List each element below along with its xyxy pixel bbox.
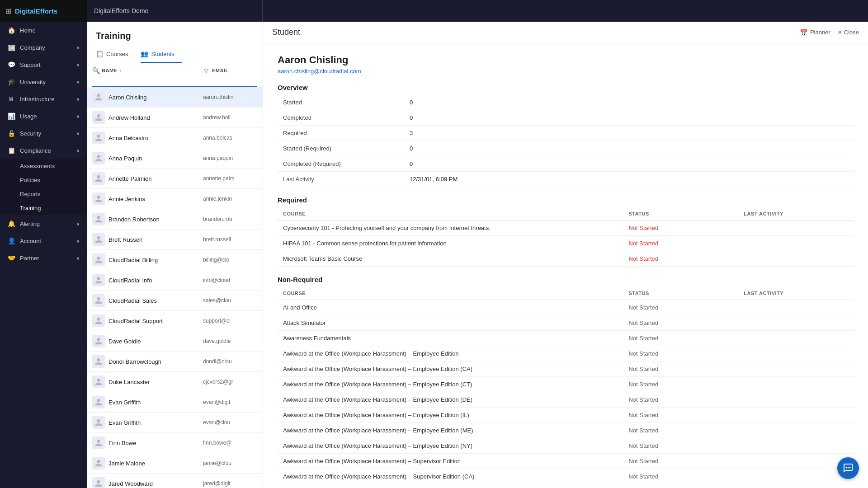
student-avatar bbox=[92, 314, 105, 327]
student-avatar bbox=[92, 355, 105, 368]
overview-label: Started bbox=[278, 95, 404, 110]
student-avatar bbox=[92, 131, 105, 144]
demo-title: DigitalEfforts Demo bbox=[94, 7, 148, 14]
course-status: Not Started bbox=[623, 408, 738, 423]
student-name: Duke Lancaster bbox=[108, 379, 199, 385]
sidebar-item-infrastructure[interactable]: 🖥 Infrastructure ∨ bbox=[0, 90, 87, 108]
student-avatar bbox=[92, 457, 105, 469]
support-icon: 💬 bbox=[7, 61, 15, 69]
chevron-down-icon: ∨ bbox=[76, 131, 80, 136]
course-name: Awkward at the Office (Workplace Harassm… bbox=[278, 438, 623, 454]
student-row[interactable]: Finn Bowe finn.bowe@ bbox=[87, 433, 263, 453]
sidebar-item-home[interactable]: 🏠 Home bbox=[0, 22, 87, 39]
sidebar-item-compliance[interactable]: 📋 Compliance ∨ bbox=[0, 142, 87, 159]
course-status: Not Started bbox=[623, 469, 738, 484]
sidebar-item-company[interactable]: 🏢 Company ∨ bbox=[0, 39, 87, 56]
sidebar-item-account[interactable]: 👤 Account ∨ bbox=[0, 232, 87, 249]
sidebar-item-usage[interactable]: 📊 Usage ∨ bbox=[0, 108, 87, 125]
student-avatar bbox=[92, 416, 105, 429]
sidebar-item-label: Partner bbox=[20, 255, 72, 262]
course-status: Not Started bbox=[623, 236, 738, 251]
student-row[interactable]: Brett Russell brett.russell bbox=[87, 230, 263, 250]
student-row[interactable]: Jared Woodward jared@digit bbox=[87, 474, 263, 488]
overview-row: Started (Required)0 bbox=[278, 141, 854, 156]
sidebar-sub-item-reports[interactable]: Reports bbox=[0, 187, 87, 201]
student-avatar bbox=[92, 172, 105, 185]
student-row[interactable]: Brandon Robertson brandon.rob bbox=[87, 209, 263, 230]
required-status-col-header: STATUS bbox=[623, 207, 738, 221]
student-row[interactable]: CloudRadial Info info@cloud bbox=[87, 270, 263, 291]
student-row[interactable]: Dave Goldie dave.goldie bbox=[87, 331, 263, 352]
filter-icon[interactable]: ▽ bbox=[204, 67, 208, 74]
student-row[interactable]: CloudRadial Support support@cl bbox=[87, 311, 263, 331]
student-row[interactable]: Duke Lancaster cjcvers2@gr bbox=[87, 372, 263, 392]
course-name: Awkward at the Office (Workplace Harassm… bbox=[278, 361, 623, 377]
student-row[interactable]: Anna Belcastro anna.belcas bbox=[87, 128, 263, 148]
student-row[interactable]: Andrew Holland andrew.holl bbox=[87, 108, 263, 128]
student-email: cjcvers2@gr bbox=[203, 379, 257, 385]
sidebar-item-alerting[interactable]: 🔔 Alerting ∨ bbox=[0, 215, 87, 232]
student-email: andrew.holl bbox=[203, 114, 257, 121]
overview-row: Completed (Required)0 bbox=[278, 156, 854, 172]
training-header: Training 📋 Courses 👥 Students bbox=[87, 22, 263, 63]
student-row[interactable]: Anna Paquin anna.paquin bbox=[87, 148, 263, 169]
brand-name: DigitalEfforts bbox=[15, 7, 57, 15]
sidebar-item-partner[interactable]: 🤝 Partner ∨ bbox=[0, 249, 87, 267]
course-last-activity bbox=[738, 454, 854, 469]
tab-courses[interactable]: 📋 Courses bbox=[96, 47, 135, 63]
nonrequired-activity-col-header: LAST ACTIVITY bbox=[738, 287, 854, 300]
student-avatar bbox=[92, 233, 105, 246]
chat-icon bbox=[843, 463, 854, 474]
svg-point-0 bbox=[846, 467, 847, 469]
student-name: Andrew Holland bbox=[108, 114, 199, 121]
sidebar: ⊞ DigitalEfforts 🏠 Home 🏢 Company ∨ 💬 Su… bbox=[0, 0, 87, 488]
student-name: Dondi Barrowclough bbox=[108, 358, 199, 365]
student-row[interactable]: Annie Jenkins annie.jenkin bbox=[87, 189, 263, 209]
sidebar-sub-item-assessments[interactable]: Assessments bbox=[0, 159, 87, 173]
required-activity-col-header: LAST ACTIVITY bbox=[738, 207, 854, 221]
sidebar-item-university[interactable]: 🎓 University ∨ bbox=[0, 73, 87, 90]
chat-button[interactable] bbox=[837, 457, 859, 479]
training-title: Training bbox=[96, 31, 254, 41]
student-row[interactable]: Evan Griffith evan@digit bbox=[87, 392, 263, 413]
account-icon: 👤 bbox=[7, 237, 15, 245]
course-last-activity bbox=[738, 423, 854, 438]
students-tab-label: Students bbox=[151, 51, 174, 57]
planner-icon: 📅 bbox=[800, 29, 807, 36]
student-email: brandon.rob bbox=[203, 216, 257, 222]
student-avatar bbox=[92, 477, 105, 488]
sidebar-sub-item-training[interactable]: Training bbox=[0, 201, 87, 215]
course-name: Awkward at the Office (Workplace Harassm… bbox=[278, 408, 623, 423]
student-row[interactable]: Jamie Malone jamie@clou bbox=[87, 453, 263, 474]
sidebar-item-support[interactable]: 💬 Support ∨ bbox=[0, 56, 87, 73]
search-icon[interactable]: 🔍 bbox=[92, 67, 100, 74]
student-email: aaron.chislin bbox=[203, 94, 257, 100]
tab-students[interactable]: 👥 Students bbox=[141, 47, 181, 63]
student-row[interactable]: Evan Griffith evan@clou bbox=[87, 413, 263, 433]
search-input[interactable] bbox=[108, 75, 252, 84]
non-required-course-row: Awkward at the Office (Workplace Harassm… bbox=[278, 392, 854, 408]
course-status: Not Started bbox=[623, 315, 738, 331]
sidebar-item-security[interactable]: 🔒 Security ∨ bbox=[0, 125, 87, 142]
compliance-icon: 📋 bbox=[7, 146, 15, 155]
student-row[interactable]: CloudRadial Sales sales@clou bbox=[87, 291, 263, 311]
course-name: Awkward at the Office (Workplace Harassm… bbox=[278, 423, 623, 438]
course-last-activity bbox=[738, 236, 854, 251]
planner-button[interactable]: 📅 Planner bbox=[800, 29, 830, 36]
non-required-course-row: Awkward at the Office (Workplace Harassm… bbox=[278, 408, 854, 423]
search-row bbox=[92, 75, 257, 87]
student-row[interactable]: Aaron Chisling aaron.chislin bbox=[87, 87, 263, 108]
sidebar-item-label: Compliance bbox=[20, 147, 72, 154]
sidebar-sub-item-policies[interactable]: Policies bbox=[0, 173, 87, 187]
close-button[interactable]: ✕ Close bbox=[838, 29, 859, 36]
company-icon: 🏢 bbox=[7, 43, 15, 52]
student-row[interactable]: CloudRadial Billing billing@clo bbox=[87, 250, 263, 270]
student-name: Jamie Malone bbox=[108, 460, 199, 467]
home-icon: 🏠 bbox=[7, 26, 15, 34]
sidebar-header: ⊞ DigitalEfforts bbox=[0, 0, 87, 22]
student-row[interactable]: Annette Palmieri annette.palm bbox=[87, 169, 263, 189]
student-row[interactable]: Dondi Barrowclough dondi@clou bbox=[87, 352, 263, 372]
student-email-link[interactable]: aaron.chisling@cloudradial.com bbox=[278, 68, 854, 75]
chevron-down-icon: ∨ bbox=[76, 256, 80, 261]
non-required-section-title: Non-Required bbox=[278, 276, 854, 283]
